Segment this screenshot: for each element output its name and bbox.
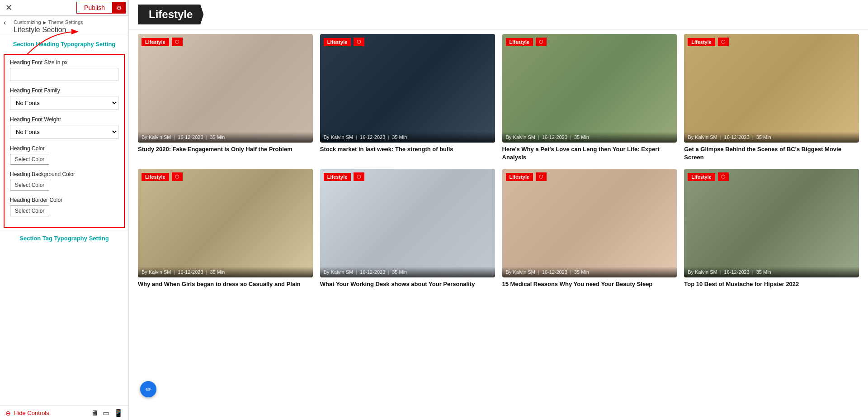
close-button[interactable]: ✕ (3, 2, 15, 14)
card-share-button[interactable]: ⬡ (354, 172, 364, 181)
lifestyle-header: Lifestyle (129, 0, 868, 29)
card-date: 16-12-2023 (542, 269, 567, 275)
separator-1: | (538, 269, 539, 275)
card-title[interactable]: Study 2020: Fake Engagement is Only Half… (138, 145, 313, 153)
card-meta: By Kalvin SM | 16-12-2023 | 35 Min (320, 267, 495, 277)
card-tag[interactable]: Lifestyle (142, 38, 169, 46)
card-title[interactable]: Stock market in last week: The strength … (320, 145, 495, 153)
card-date: 16-12-2023 (178, 269, 203, 275)
separator-1: | (174, 269, 175, 275)
card-image: Lifestyle ⬡ By Kalvin SM | 16-12-2023 | … (684, 34, 859, 143)
card-author: By Kalvin SM (142, 134, 171, 140)
card-tag[interactable]: Lifestyle (506, 173, 533, 181)
separator-1: | (174, 134, 175, 140)
separator-2: | (752, 269, 754, 275)
card-title[interactable]: What Your Working Desk shows about Your … (320, 280, 495, 288)
card-tag-bar: Lifestyle ⬡ (142, 172, 183, 181)
card-item: Lifestyle ⬡ By Kalvin SM | 16-12-2023 | … (320, 169, 495, 288)
section-heading-link[interactable]: Section Heading Typography Setting (0, 36, 128, 52)
back-button[interactable]: ‹ (4, 19, 6, 27)
font-size-input[interactable] (10, 68, 118, 81)
card-item: Lifestyle ⬡ By Kalvin SM | 16-12-2023 | … (138, 169, 313, 288)
hide-controls-icon: ⊖ (5, 410, 11, 417)
card-tag-bar: Lifestyle ⬡ (142, 38, 183, 46)
card-tag[interactable]: Lifestyle (324, 38, 351, 46)
card-tag-bar: Lifestyle ⬡ (688, 38, 729, 46)
separator-1: | (538, 134, 539, 140)
lifestyle-title: Lifestyle (138, 5, 203, 24)
heading-color-button[interactable]: Select Color (10, 154, 49, 165)
card-date: 16-12-2023 (360, 269, 385, 275)
card-read-time: 35 Min (210, 269, 225, 275)
left-panel: ✕ Publish ⚙ ‹ Customizing ▶ Theme Settin… (0, 0, 129, 420)
card-meta: By Kalvin SM | 16-12-2023 | 35 Min (138, 132, 313, 143)
card-author: By Kalvin SM (324, 269, 353, 275)
card-title[interactable]: Why and When Girls began to dress so Cas… (138, 280, 313, 288)
separator-2: | (752, 134, 754, 140)
card-tag[interactable]: Lifestyle (324, 173, 351, 181)
card-item: Lifestyle ⬡ By Kalvin SM | 16-12-2023 | … (684, 34, 859, 162)
border-color-label: Heading Border Color (10, 197, 118, 203)
card-share-button[interactable]: ⬡ (172, 172, 183, 181)
card-meta: By Kalvin SM | 16-12-2023 | 35 Min (684, 267, 859, 277)
breadcrumb-area: ‹ Customizing ▶ Theme Settings Lifestyle… (0, 16, 128, 36)
card-share-button[interactable]: ⬡ (536, 38, 547, 46)
card-image-overlay: Lifestyle ⬡ By Kalvin SM | 16-12-2023 | … (684, 169, 859, 277)
card-title[interactable]: Here's Why a Pet's Love can Leng then Yo… (502, 145, 677, 162)
gear-button[interactable]: ⚙ (113, 2, 126, 14)
edit-fab[interactable]: ✏ (140, 381, 156, 397)
card-share-button[interactable]: ⬡ (718, 172, 729, 181)
card-share-button[interactable]: ⬡ (536, 172, 547, 181)
card-meta: By Kalvin SM | 16-12-2023 | 35 Min (684, 132, 859, 143)
card-tag[interactable]: Lifestyle (142, 173, 169, 181)
separator-2: | (388, 134, 389, 140)
card-date: 16-12-2023 (360, 134, 385, 140)
mobile-view-button[interactable]: 📱 (114, 409, 123, 417)
card-title[interactable]: Get a Glimpse Behind the Scenes of BC's … (684, 145, 859, 162)
publish-button[interactable]: Publish (76, 2, 113, 14)
separator-1: | (720, 269, 722, 275)
card-share-button[interactable]: ⬡ (718, 38, 729, 46)
card-image-overlay: Lifestyle ⬡ By Kalvin SM | 16-12-2023 | … (138, 169, 313, 277)
card-image: Lifestyle ⬡ By Kalvin SM | 16-12-2023 | … (138, 34, 313, 143)
heading-color-label: Heading Color (10, 145, 118, 152)
font-weight-select[interactable]: No Fonts (10, 125, 118, 139)
card-date: 16-12-2023 (542, 134, 567, 140)
card-author: By Kalvin SM (506, 134, 535, 140)
card-tag-bar: Lifestyle ⬡ (688, 172, 729, 181)
font-family-group: Heading Font Family No Fonts (10, 87, 118, 110)
section-tag-link[interactable]: Section Tag Typography Setting (0, 230, 128, 246)
card-tag[interactable]: Lifestyle (506, 38, 533, 46)
card-read-time: 35 Min (392, 134, 407, 140)
card-tag[interactable]: Lifestyle (688, 173, 715, 181)
card-share-button[interactable]: ⬡ (172, 38, 183, 46)
card-image-overlay: Lifestyle ⬡ By Kalvin SM | 16-12-2023 | … (684, 34, 859, 143)
card-date: 16-12-2023 (178, 134, 203, 140)
bg-color-button[interactable]: Select Color (10, 180, 49, 191)
border-color-button[interactable]: Select Color (10, 205, 49, 216)
card-read-time: 35 Min (574, 134, 589, 140)
separator-2: | (388, 269, 389, 275)
tablet-view-button[interactable]: ▭ (103, 409, 109, 417)
right-panel: Lifestyle Lifestyle ⬡ By Kalvin SM | 16-… (129, 0, 868, 420)
card-image-overlay: Lifestyle ⬡ By Kalvin SM | 16-12-2023 | … (138, 34, 313, 143)
card-title[interactable]: 15 Medical Reasons Why You need Your Bea… (502, 280, 677, 288)
hide-controls-button[interactable]: ⊖ Hide Controls (5, 410, 49, 417)
breadcrumb-theme-settings[interactable]: Theme Settings (48, 19, 83, 25)
separator-1: | (356, 134, 357, 140)
hide-controls-label: Hide Controls (14, 410, 49, 416)
font-size-label: Heading Font Size in px (10, 59, 118, 66)
breadcrumb-customizing[interactable]: Customizing (14, 19, 41, 25)
bg-color-label: Heading Background Color (10, 171, 118, 177)
card-share-button[interactable]: ⬡ (354, 38, 364, 46)
desktop-view-button[interactable]: 🖥 (91, 409, 98, 417)
card-tag[interactable]: Lifestyle (688, 38, 715, 46)
font-family-select[interactable]: No Fonts (10, 96, 118, 110)
card-read-time: 35 Min (210, 134, 225, 140)
card-image-overlay: Lifestyle ⬡ By Kalvin SM | 16-12-2023 | … (320, 169, 495, 277)
font-weight-label: Heading Font Weight (10, 116, 118, 123)
card-title[interactable]: Top 10 Best of Mustache for Hipster 2022 (684, 280, 859, 288)
card-read-time: 35 Min (392, 269, 407, 275)
font-family-label: Heading Font Family (10, 87, 118, 94)
card-tag-bar: Lifestyle ⬡ (324, 172, 365, 181)
